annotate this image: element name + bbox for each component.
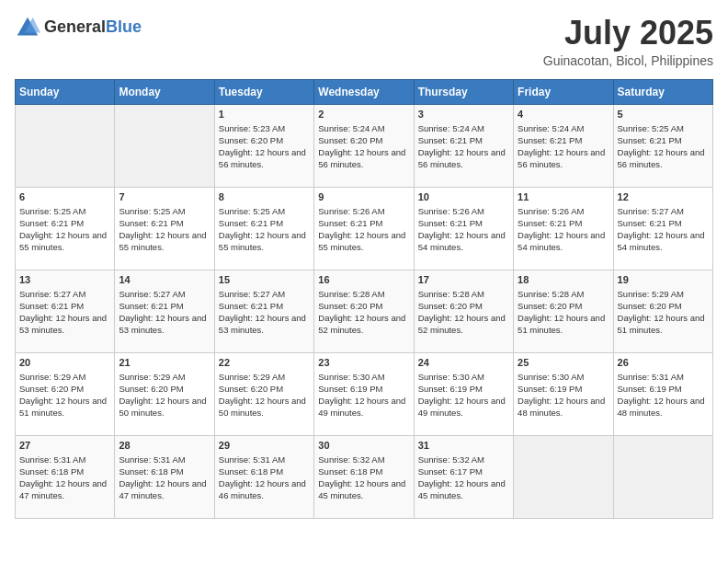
calendar-cell: 23Sunrise: 5:30 AMSunset: 6:19 PMDayligh…: [314, 352, 414, 435]
logo-text-general: General: [44, 17, 106, 36]
day-number: 14: [119, 274, 210, 285]
day-number: 11: [518, 191, 609, 202]
day-number: 31: [418, 440, 509, 451]
weekday-header-friday: Friday: [514, 79, 613, 104]
day-number: 5: [618, 109, 709, 120]
day-number: 26: [618, 357, 709, 368]
day-info: Sunrise: 5:28 AMSunset: 6:20 PMDaylight:…: [518, 288, 609, 337]
day-info: Sunrise: 5:29 AMSunset: 6:20 PMDaylight:…: [119, 371, 210, 419]
month-title: July 2025: [543, 15, 713, 52]
weekday-header-tuesday: Tuesday: [214, 79, 313, 104]
weekday-header-monday: Monday: [115, 79, 214, 104]
day-info: Sunrise: 5:27 AMSunset: 6:21 PMDaylight:…: [618, 205, 709, 254]
day-info: Sunrise: 5:32 AMSunset: 6:18 PMDaylight:…: [318, 454, 409, 502]
calendar-cell: 13Sunrise: 5:27 AMSunset: 6:21 PMDayligh…: [16, 270, 115, 352]
day-info: Sunrise: 5:28 AMSunset: 6:20 PMDaylight:…: [318, 288, 409, 337]
week-row-3: 13Sunrise: 5:27 AMSunset: 6:21 PMDayligh…: [16, 270, 713, 352]
day-number: 25: [518, 357, 609, 368]
day-number: 10: [418, 191, 509, 202]
day-info: Sunrise: 5:23 AMSunset: 6:20 PMDaylight:…: [219, 122, 310, 171]
day-number: 30: [318, 440, 409, 451]
day-number: 24: [418, 357, 509, 368]
calendar-cell: 20Sunrise: 5:29 AMSunset: 6:20 PMDayligh…: [16, 352, 115, 435]
day-number: 20: [19, 357, 110, 368]
day-info: Sunrise: 5:27 AMSunset: 6:21 PMDaylight:…: [219, 288, 310, 337]
day-number: 19: [618, 274, 709, 285]
weekday-header-sunday: Sunday: [16, 79, 115, 104]
logo-icon: [15, 15, 40, 40]
calendar-cell: 11Sunrise: 5:26 AMSunset: 6:21 PMDayligh…: [514, 187, 613, 270]
calendar-cell: 16Sunrise: 5:28 AMSunset: 6:20 PMDayligh…: [314, 270, 414, 352]
day-number: 7: [119, 191, 210, 202]
calendar-cell: 31Sunrise: 5:32 AMSunset: 6:17 PMDayligh…: [414, 435, 513, 518]
day-number: 8: [219, 191, 310, 202]
day-info: Sunrise: 5:27 AMSunset: 6:21 PMDaylight:…: [19, 288, 110, 337]
weekday-header-saturday: Saturday: [613, 79, 712, 104]
location-title: Guinacotan, Bicol, Philippines: [543, 53, 713, 68]
day-info: Sunrise: 5:25 AMSunset: 6:21 PMDaylight:…: [19, 205, 110, 254]
calendar-cell: 29Sunrise: 5:31 AMSunset: 6:18 PMDayligh…: [214, 435, 313, 518]
day-info: Sunrise: 5:30 AMSunset: 6:19 PMDaylight:…: [518, 371, 609, 419]
day-number: 16: [318, 274, 409, 285]
week-row-4: 20Sunrise: 5:29 AMSunset: 6:20 PMDayligh…: [16, 352, 713, 435]
logo-text-blue: Blue: [106, 17, 142, 36]
day-info: Sunrise: 5:29 AMSunset: 6:20 PMDaylight:…: [219, 371, 310, 419]
day-info: Sunrise: 5:31 AMSunset: 6:18 PMDaylight:…: [19, 454, 110, 502]
title-section: July 2025 Guinacotan, Bicol, Philippines: [543, 15, 713, 68]
day-info: Sunrise: 5:26 AMSunset: 6:21 PMDaylight:…: [418, 205, 509, 254]
calendar-cell: 24Sunrise: 5:30 AMSunset: 6:19 PMDayligh…: [414, 352, 513, 435]
day-info: Sunrise: 5:24 AMSunset: 6:20 PMDaylight:…: [318, 122, 409, 171]
day-info: Sunrise: 5:25 AMSunset: 6:21 PMDaylight:…: [119, 205, 210, 254]
calendar-cell: 4Sunrise: 5:24 AMSunset: 6:21 PMDaylight…: [514, 104, 613, 187]
day-number: 3: [418, 109, 509, 120]
day-number: 1: [219, 109, 310, 120]
calendar-cell: 2Sunrise: 5:24 AMSunset: 6:20 PMDaylight…: [314, 104, 414, 187]
day-info: Sunrise: 5:28 AMSunset: 6:20 PMDaylight:…: [418, 288, 509, 337]
week-row-2: 6Sunrise: 5:25 AMSunset: 6:21 PMDaylight…: [16, 187, 713, 270]
calendar-cell: 25Sunrise: 5:30 AMSunset: 6:19 PMDayligh…: [514, 352, 613, 435]
calendar-cell: [514, 435, 613, 518]
day-number: 17: [418, 274, 509, 285]
day-info: Sunrise: 5:30 AMSunset: 6:19 PMDaylight:…: [318, 371, 409, 419]
day-info: Sunrise: 5:27 AMSunset: 6:21 PMDaylight:…: [119, 288, 210, 337]
calendar-cell: 17Sunrise: 5:28 AMSunset: 6:20 PMDayligh…: [414, 270, 513, 352]
day-number: 9: [318, 191, 409, 202]
day-info: Sunrise: 5:29 AMSunset: 6:20 PMDaylight:…: [618, 288, 709, 337]
day-info: Sunrise: 5:31 AMSunset: 6:18 PMDaylight:…: [219, 454, 310, 502]
day-info: Sunrise: 5:31 AMSunset: 6:19 PMDaylight:…: [618, 371, 709, 419]
day-number: 22: [219, 357, 310, 368]
calendar-cell: [613, 435, 712, 518]
day-number: 23: [318, 357, 409, 368]
day-info: Sunrise: 5:30 AMSunset: 6:19 PMDaylight:…: [418, 371, 509, 419]
calendar-cell: 9Sunrise: 5:26 AMSunset: 6:21 PMDaylight…: [314, 187, 414, 270]
day-number: 2: [318, 109, 409, 120]
calendar-cell: 21Sunrise: 5:29 AMSunset: 6:20 PMDayligh…: [115, 352, 214, 435]
calendar-cell: 8Sunrise: 5:25 AMSunset: 6:21 PMDaylight…: [214, 187, 313, 270]
calendar-cell: 15Sunrise: 5:27 AMSunset: 6:21 PMDayligh…: [214, 270, 313, 352]
calendar-table: SundayMondayTuesdayWednesdayThursdayFrid…: [15, 79, 713, 519]
day-info: Sunrise: 5:25 AMSunset: 6:21 PMDaylight:…: [618, 122, 709, 171]
calendar-cell: [115, 104, 214, 187]
calendar-cell: 27Sunrise: 5:31 AMSunset: 6:18 PMDayligh…: [16, 435, 115, 518]
logo: GeneralBlue: [15, 15, 142, 40]
calendar-cell: 12Sunrise: 5:27 AMSunset: 6:21 PMDayligh…: [613, 187, 712, 270]
weekday-header-row: SundayMondayTuesdayWednesdayThursdayFrid…: [16, 79, 713, 104]
day-number: 15: [219, 274, 310, 285]
calendar-cell: 30Sunrise: 5:32 AMSunset: 6:18 PMDayligh…: [314, 435, 414, 518]
calendar-cell: 18Sunrise: 5:28 AMSunset: 6:20 PMDayligh…: [514, 270, 613, 352]
calendar-cell: 6Sunrise: 5:25 AMSunset: 6:21 PMDaylight…: [16, 187, 115, 270]
day-info: Sunrise: 5:31 AMSunset: 6:18 PMDaylight:…: [119, 454, 210, 502]
calendar-cell: 5Sunrise: 5:25 AMSunset: 6:21 PMDaylight…: [613, 104, 712, 187]
weekday-header-thursday: Thursday: [414, 79, 513, 104]
day-info: Sunrise: 5:25 AMSunset: 6:21 PMDaylight:…: [219, 205, 310, 254]
calendar-cell: 10Sunrise: 5:26 AMSunset: 6:21 PMDayligh…: [414, 187, 513, 270]
calendar-cell: 1Sunrise: 5:23 AMSunset: 6:20 PMDaylight…: [214, 104, 313, 187]
day-number: 12: [618, 191, 709, 202]
calendar-cell: 3Sunrise: 5:24 AMSunset: 6:21 PMDaylight…: [414, 104, 513, 187]
day-info: Sunrise: 5:29 AMSunset: 6:20 PMDaylight:…: [19, 371, 110, 419]
day-info: Sunrise: 5:24 AMSunset: 6:21 PMDaylight:…: [518, 122, 609, 171]
calendar-cell: 19Sunrise: 5:29 AMSunset: 6:20 PMDayligh…: [613, 270, 712, 352]
calendar-cell: 22Sunrise: 5:29 AMSunset: 6:20 PMDayligh…: [214, 352, 313, 435]
day-number: 6: [19, 191, 110, 202]
calendar-cell: 26Sunrise: 5:31 AMSunset: 6:19 PMDayligh…: [613, 352, 712, 435]
